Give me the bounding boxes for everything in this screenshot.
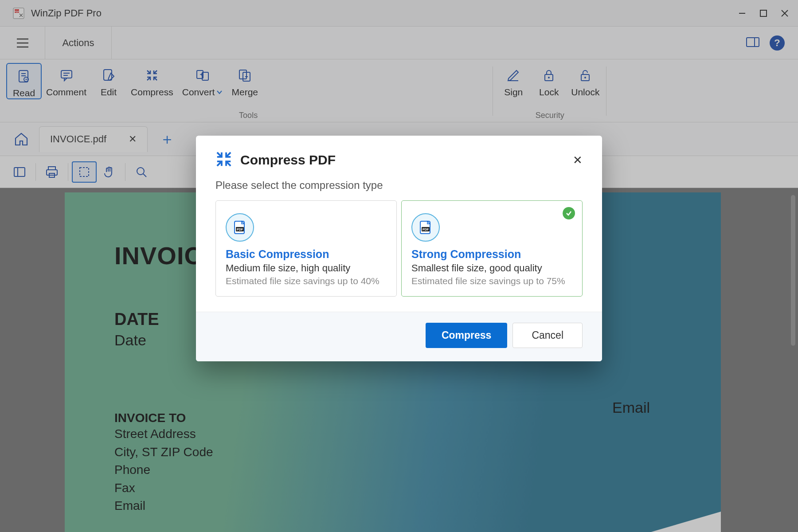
option-strong-compression[interactable]: PDF Strong Compression Smallest file siz… [401, 200, 583, 297]
svg-text:PDF: PDF [422, 228, 429, 231]
option-desc: Medium file size, high quality [226, 262, 387, 274]
pdf-icon: PDF [226, 213, 254, 242]
option-title: Basic Compression [226, 248, 387, 261]
svg-text:PDF: PDF [237, 228, 243, 231]
option-title: Strong Compression [411, 248, 572, 261]
compress-icon [215, 151, 232, 169]
option-basic-compression[interactable]: PDF Basic Compression Medium file size, … [215, 200, 397, 297]
option-desc: Smallest file size, good quality [411, 262, 572, 274]
dialog-close-icon[interactable]: ✕ [573, 153, 583, 167]
pdf-icon: PDF [411, 213, 440, 242]
dialog-subtitle: Please select the compression type [196, 172, 602, 200]
compress-pdf-dialog: Compress PDF ✕ Please select the compres… [196, 136, 602, 361]
option-estimate: Estimated file size savings up to 40% [226, 276, 387, 286]
option-estimate: Estimated file size savings up to 75% [411, 276, 572, 286]
check-icon [563, 207, 575, 219]
cancel-button[interactable]: Cancel [512, 323, 583, 348]
compress-confirm-button[interactable]: Compress [426, 323, 507, 348]
dialog-title: Compress PDF [240, 153, 336, 168]
